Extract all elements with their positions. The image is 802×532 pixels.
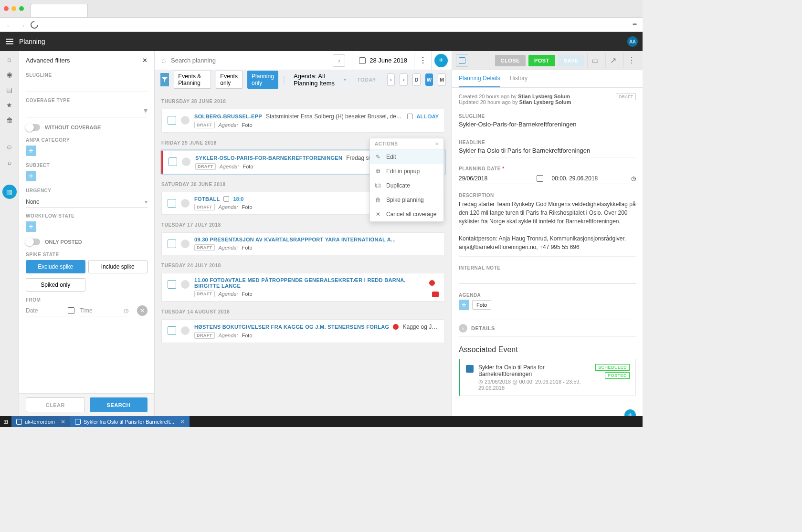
from-time-input[interactable]: Time◷ (80, 305, 129, 316)
only-posted-toggle[interactable] (26, 239, 40, 245)
card-slug: 09.30 PRESENTASJON AV KVARTALSRAPPPORT Y… (194, 237, 396, 242)
filter-toggle-button[interactable] (160, 73, 169, 86)
from-date-input[interactable]: Date (26, 305, 74, 316)
search-input[interactable] (171, 57, 328, 64)
workspace-tab[interactable]: Sykler fra Oslo til Paris for Barnekreft… (70, 416, 190, 427)
headline-value[interactable]: Sykler fra Oslo til Paris for Barnekreft… (459, 147, 636, 157)
close-filters-icon[interactable]: ✕ (142, 57, 148, 64)
calendar-nav-icon[interactable]: ▦ (2, 185, 17, 199)
browser-back-icon[interactable]: ← (6, 21, 12, 28)
workspace-tab[interactable]: uk-terrordom✕ (11, 416, 70, 427)
planning-date-input[interactable]: 29/06/2018 (459, 173, 543, 184)
minimize-window-icon[interactable] (11, 6, 16, 11)
close-tab-icon[interactable]: ✕ (180, 418, 185, 425)
day-range-button[interactable]: D (412, 73, 421, 86)
more-options-button[interactable]: ⋮ (414, 51, 432, 70)
add-subject-button[interactable]: + (26, 171, 36, 181)
action-spike[interactable]: 🗑Spike planning (370, 193, 443, 207)
add-workflow-state-button[interactable]: + (26, 221, 36, 232)
search-filters-button[interactable]: SEARCH (90, 397, 148, 412)
associated-event-card[interactable]: Sykler fra Oslo til Paris for Barnekreft… (459, 359, 636, 396)
add-anpa-category-button[interactable]: + (26, 146, 36, 156)
browser-forward-icon[interactable]: → (18, 21, 25, 28)
add-planning-button[interactable]: + (434, 54, 448, 67)
trash-icon[interactable]: 🗑 (5, 116, 14, 125)
action-duplicate[interactable]: ⿻Duplicate (370, 178, 443, 193)
view-mode-bar: Events & Planning Events only Planning o… (155, 70, 452, 89)
detail-more-button[interactable]: ⋮ (623, 53, 639, 68)
week-range-button[interactable]: W (425, 73, 433, 86)
status-badge: DRAFT (194, 291, 215, 297)
events-only-button[interactable]: Events only (216, 71, 243, 89)
slugline-value[interactable]: Sykler-Oslo-Paris-for-Barnekreftforening… (459, 121, 636, 131)
planning-type-icon (169, 157, 177, 166)
next-period-button[interactable]: › (400, 73, 408, 86)
layout-toggle-button[interactable]: ▭ (587, 53, 602, 68)
exclude-spike-button[interactable]: Exclude spike (26, 260, 85, 273)
agenda-value: Foto (242, 122, 252, 128)
planning-time-input[interactable]: 00:00, 29.06.2018◷ (552, 173, 636, 184)
action-edit-popup[interactable]: ⧉Edit in popup (370, 164, 443, 178)
clear-date-button[interactable]: ✕ (137, 305, 148, 316)
spiked-only-button[interactable]: Spiked only (26, 278, 85, 292)
calendar-icon (223, 196, 229, 202)
event-time: ◷ 29/06/2018 @ 00:00, 29.06.2018 - 23:59… (478, 379, 591, 391)
coverage-type-select[interactable]: ▾ (26, 106, 148, 117)
events-and-planning-button[interactable]: Events & Planning (174, 71, 211, 89)
tab-history[interactable]: History (510, 70, 528, 87)
posted-tag: POSTED (605, 372, 630, 379)
clock-icon: ◷ (124, 307, 128, 314)
workspace-grid-icon[interactable]: ⊞ (0, 418, 11, 425)
planning-card[interactable]: SOLBERG-BRUSSEL-EPPStatsminister Erna So… (161, 109, 445, 133)
eye-icon[interactable]: ◉ (5, 70, 14, 79)
menu-button[interactable] (0, 32, 19, 51)
agenda-chip[interactable]: Foto (472, 300, 491, 310)
reload-icon[interactable] (29, 19, 40, 30)
browser-menu-icon[interactable]: ≡ (633, 21, 637, 29)
actions-menu: ACTIONS ✕ ✎Edit ⧉Edit in popup ⿻Duplicat… (369, 138, 444, 222)
post-button[interactable]: POST (528, 55, 555, 66)
planning-card[interactable]: 11.00 FOTOAVTALE MED PÅTROPPENDE GENERAL… (161, 273, 445, 302)
clipboard-icon[interactable]: ▤ (5, 85, 14, 94)
user-avatar[interactable]: AA (627, 36, 638, 47)
open-external-button[interactable]: ↗ (605, 53, 621, 68)
browser-tab[interactable] (31, 4, 88, 17)
add-coverage-button[interactable]: + (624, 409, 636, 416)
internal-note-input[interactable] (459, 272, 636, 284)
close-button[interactable]: CLOSE (495, 55, 526, 66)
actions-menu-close-icon[interactable]: ✕ (435, 141, 439, 146)
card-slug: HØSTENS BOKUTGIVELSER FRA KAGGE OG J.M. … (194, 324, 389, 330)
save-button[interactable]: SAVE (558, 55, 584, 66)
slugline-filter-input[interactable] (26, 81, 148, 92)
prev-period-button[interactable]: ‹ (387, 73, 395, 86)
without-coverage-label: WITHOUT COVERAGE (45, 125, 101, 130)
search-icon: ⌕ (161, 56, 166, 65)
close-tab-icon[interactable]: ✕ (61, 418, 65, 425)
action-edit[interactable]: ✎Edit (370, 150, 443, 164)
planning-card[interactable]: HØSTENS BOKUTGIVELSER FRA KAGGE OG J.M. … (161, 319, 445, 343)
include-spike-button[interactable]: Include spike (88, 260, 148, 273)
description-value[interactable]: Fredag starter Team Rynkeby God Morgens … (459, 200, 636, 257)
tab-planning-details[interactable]: Planning Details (459, 70, 500, 87)
planning-card[interactable]: 09.30 PRESENTASJON AV KVARTALSRAPPPORT Y… (161, 232, 445, 255)
star-icon[interactable]: ★ (5, 101, 14, 109)
month-range-button[interactable]: M (438, 73, 446, 86)
maximize-window-icon[interactable] (19, 6, 24, 11)
action-cancel-coverage[interactable]: ✕Cancel all coverage (370, 207, 443, 221)
home-icon[interactable]: ⌂ (5, 55, 14, 63)
add-agenda-button[interactable]: + (459, 300, 469, 310)
card-slug: SOLBERG-BRUSSEL-EPP (194, 114, 262, 119)
search-settings-icon[interactable]: ⌕ (5, 158, 14, 167)
close-window-icon[interactable] (4, 6, 9, 11)
planning-only-button[interactable]: Planning only (247, 71, 278, 89)
clear-filters-button[interactable]: CLEAR (26, 397, 85, 412)
agenda-selector[interactable]: Agenda: All Planning Items (294, 73, 339, 87)
user-search-icon[interactable]: ☺ (5, 143, 14, 151)
urgency-select[interactable]: None▾ (26, 196, 148, 208)
actions-menu-title: ACTIONS (375, 141, 398, 146)
details-expand[interactable]: › DETAILS (459, 320, 636, 337)
search-submit-button[interactable]: › (333, 54, 345, 67)
without-coverage-toggle[interactable] (26, 124, 40, 131)
current-date[interactable]: 28 June 2018 (369, 57, 407, 64)
today-button[interactable]: TODAY (351, 74, 382, 85)
